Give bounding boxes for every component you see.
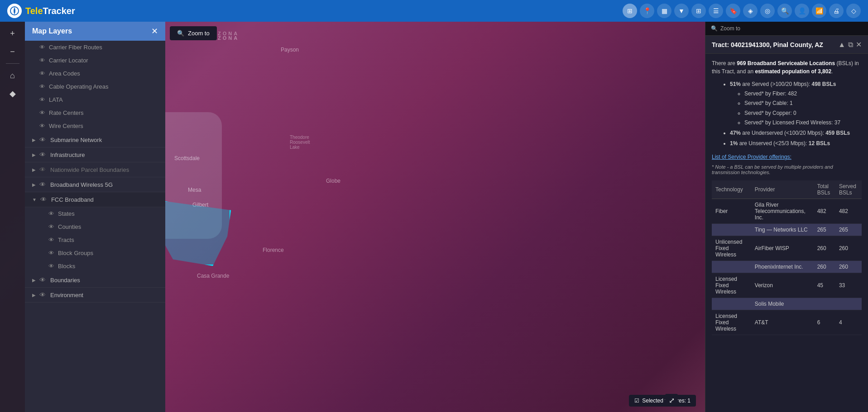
- grid-icon[interactable]: ⊞: [691, 4, 706, 18]
- layer-name-boundaries: Boundaries: [50, 277, 80, 284]
- layer-wire-centers[interactable]: 👁 Wire Centers: [25, 119, 165, 133]
- list-icon[interactable]: ☰: [709, 4, 723, 18]
- cell-provider-4: PhoenixInternet Inc.: [751, 261, 814, 273]
- print-icon[interactable]: 🖨: [829, 4, 844, 18]
- eye-icon-carrier-fiber: 👁: [39, 44, 45, 51]
- table-row-5: Licensed Fixed Wireless Verizon 45 33: [712, 273, 862, 298]
- layer-counties[interactable]: 👁 Counties: [25, 220, 165, 233]
- city-globe: Globe: [326, 178, 340, 184]
- tag-icon[interactable]: ◈: [743, 4, 758, 18]
- panel-title: Map Layers: [32, 27, 72, 35]
- layer-name-rate-centers: Rate Centers: [49, 109, 84, 116]
- info-panel-header: Tract: 04021941300, Pinal County, AZ ▲ ⧉…: [705, 36, 868, 54]
- eye-icon-blocks: 👁: [48, 263, 54, 270]
- cell-provider-7: AT&T: [751, 310, 814, 335]
- cell-served-5: 33: [835, 273, 862, 298]
- service-provider-link[interactable]: List of Service Provider offerings:: [712, 154, 791, 160]
- eye-icon-lata: 👁: [39, 96, 45, 103]
- layer-name-carrier-fiber: Carrier Fiber Routes: [49, 44, 102, 51]
- info-panel-minimize[interactable]: ▲: [838, 41, 845, 49]
- info-description: There are 969 Broadband Serviceable Loca…: [712, 59, 862, 76]
- bookmark-icon[interactable]: 🔖: [726, 4, 740, 18]
- logo-icon: [7, 4, 22, 18]
- layer-name-counties: Counties: [58, 223, 81, 230]
- layer-name-tracts: Tracts: [58, 237, 74, 243]
- pin-icon[interactable]: 📍: [640, 4, 654, 18]
- layer-carrier-locator[interactable]: 👁 Carrier Locator: [25, 54, 165, 67]
- panel-close-button[interactable]: ✕: [151, 26, 158, 36]
- expand-arrow-parcel: ▶: [32, 167, 36, 172]
- layer-cable-operating[interactable]: 👁 Cable Operating Areas: [25, 80, 165, 93]
- info-table-section: Technology Provider Total BSLs Served BS…: [712, 180, 862, 335]
- cell-total-4: 260: [814, 261, 835, 273]
- cell-served-4: 260: [835, 261, 862, 273]
- selected-icon: ☑: [634, 398, 639, 404]
- table-icon[interactable]: ▦: [657, 4, 671, 18]
- layer-carrier-fiber[interactable]: 👁 Carrier Fiber Routes: [25, 41, 165, 54]
- info-bullets: 51% are Served (>100/20 Mbps): 498 BSLs …: [719, 80, 862, 148]
- layer-boundaries[interactable]: ▶ 👁 Boundaries: [25, 273, 165, 288]
- layer-blocks[interactable]: 👁 Blocks: [25, 260, 165, 273]
- fullscreen-button[interactable]: ⤢: [665, 394, 678, 407]
- cell-tech-4: [712, 261, 751, 273]
- cell-tech-7: Licensed Fixed Wireless: [712, 310, 751, 335]
- layer-name-fcc: FCC Broadband: [51, 196, 94, 203]
- selected-tract[interactable]: [158, 200, 231, 266]
- home-button[interactable]: ⌂: [5, 67, 21, 84]
- layer-fcc-broadband[interactable]: ▼ 👁 FCC Broadband: [25, 192, 165, 207]
- eye-icon-tracts: 👁: [48, 237, 54, 243]
- cell-served-1: 482: [835, 199, 862, 224]
- zoom-to-section: 🔍 Zoom to: [705, 22, 868, 36]
- info-panel-close[interactable]: ✕: [856, 40, 862, 49]
- collapse-arrow-fcc: ▼: [32, 197, 37, 202]
- info-content: There are 969 Broadband Serviceable Loca…: [705, 54, 868, 341]
- layer-states[interactable]: 👁 States: [25, 207, 165, 220]
- left-tools: + − ⌂ ◆: [0, 22, 25, 412]
- cell-tech-3: Unlicensed Fixed Wireless: [712, 236, 751, 261]
- map-layers-panel: Map Layers ✕ 👁 Carrier Fiber Routes 👁 Ca…: [25, 22, 165, 412]
- layers-icon[interactable]: ⊞: [623, 4, 637, 18]
- layer-nationwide-parcel[interactable]: ▶ 👁 Nationwide Parcel Boundaries: [25, 162, 165, 177]
- layer-name-infra: Infrastructure: [50, 152, 85, 158]
- cell-total-6: [814, 298, 835, 310]
- layer-area-codes[interactable]: 👁 Area Codes: [25, 67, 165, 80]
- layer-block-groups[interactable]: 👁 Block Groups: [25, 246, 165, 260]
- info-panel-title: Tract: 04021941300, Pinal County, AZ: [712, 41, 823, 48]
- layer-submarine-network[interactable]: ▶ 👁 Submarine Network: [25, 133, 165, 147]
- eye-icon-wire-centers: 👁: [39, 123, 45, 129]
- cell-served-7: 4: [835, 310, 862, 335]
- eye-icon-fcc: 👁: [40, 196, 48, 203]
- selected-features-bar: ☑ Selected features: 1: [629, 395, 696, 407]
- compass-button[interactable]: ◆: [5, 85, 21, 102]
- layer-broadband-wireless[interactable]: ▶ 👁 Broadband Wireless 5G: [25, 177, 165, 192]
- person-icon[interactable]: 👤: [795, 4, 809, 18]
- provider-table: Technology Provider Total BSLs Served BS…: [712, 180, 862, 335]
- diamond-icon[interactable]: ◇: [846, 4, 861, 18]
- layer-environment[interactable]: ▶ 👁 Environment: [25, 288, 165, 303]
- layer-name-blocks: Blocks: [58, 263, 75, 270]
- table-row: Fiber Gila River Telecommunications, Inc…: [712, 199, 862, 224]
- search-icon[interactable]: 🔍: [777, 4, 792, 18]
- toolbar-icons: ⊞ 📍 ▦ ▼ ⊞ ☰ 🔖 ◈ ◎ 🔍 👤 📶 🖨 ◇: [623, 4, 868, 18]
- zoom-out-button[interactable]: −: [5, 43, 21, 60]
- layer-infrastructure[interactable]: ▶ 👁 Infrastructure: [25, 147, 165, 162]
- signal-icon[interactable]: 📶: [812, 4, 826, 18]
- expand-arrow-boundaries: ▶: [32, 278, 36, 283]
- zoom-in-button[interactable]: +: [5, 25, 21, 42]
- cell-provider-1: Gila River Telecommunications, Inc.: [751, 199, 814, 224]
- cell-provider-3: AirFiber WISP: [751, 236, 814, 261]
- layer-tracts[interactable]: 👁 Tracts: [25, 233, 165, 246]
- table-row-3: Unlicensed Fixed Wireless AirFiber WISP …: [712, 236, 862, 261]
- eye-icon-parcel: 👁: [39, 166, 47, 173]
- filter-icon[interactable]: ▼: [674, 4, 689, 18]
- col-served-bsl: Served BSLs: [835, 180, 862, 199]
- layer-lata[interactable]: 👁 LATA: [25, 93, 165, 106]
- eye-icon-carrier-locator: 👁: [39, 57, 45, 64]
- layer-rate-centers[interactable]: 👁 Rate Centers: [25, 106, 165, 119]
- location-icon[interactable]: ◎: [760, 4, 775, 18]
- col-technology: Technology: [712, 180, 751, 199]
- eye-icon-rate-centers: 👁: [39, 109, 45, 116]
- info-panel-copy[interactable]: ⧉: [848, 41, 853, 49]
- table-row-highlighted-1: Ting — Networks LLC 265 265: [712, 224, 862, 236]
- layer-name-area-codes: Area Codes: [49, 70, 80, 77]
